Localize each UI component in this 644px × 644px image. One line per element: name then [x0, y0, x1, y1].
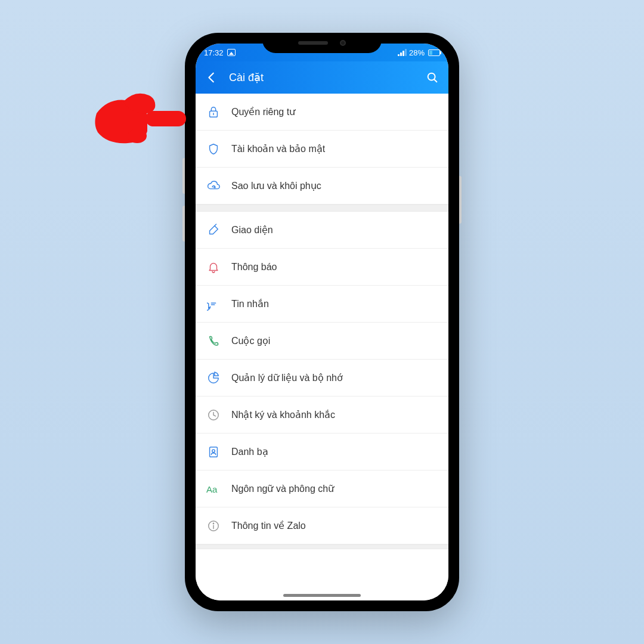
svg-point-0: [128, 129, 147, 143]
screenshot-icon: [227, 49, 236, 56]
message-icon: [206, 297, 221, 311]
battery-percent: 28%: [409, 48, 425, 57]
settings-item-label: Thông báo: [231, 262, 277, 273]
phone-icon: [206, 334, 221, 348]
shield-icon: [206, 142, 221, 156]
phone-notch: [262, 33, 382, 53]
settings-item-about[interactable]: Thông tin về Zalo: [196, 507, 448, 544]
settings-item-calls[interactable]: Cuộc gọi: [196, 323, 448, 360]
section-divider: [196, 544, 448, 549]
section-divider: [196, 205, 448, 212]
app-header: Cài đặt: [196, 61, 448, 94]
settings-item-backup-restore[interactable]: Sao lưu và khôi phục: [196, 168, 448, 205]
contact-icon: [206, 445, 221, 459]
settings-item-notifications[interactable]: Thông báo: [196, 249, 448, 286]
settings-item-label: Thông tin về Zalo: [231, 520, 306, 531]
settings-list: Quyền riêng tư Tài khoản và bảo mật Sao …: [196, 94, 448, 600]
settings-item-label: Ngôn ngữ và phông chữ: [231, 483, 334, 494]
info-icon: [206, 519, 221, 533]
notch-speaker: [298, 41, 328, 45]
settings-item-contacts[interactable]: Danh bạ: [196, 434, 448, 470]
settings-item-data-storage[interactable]: Quản lý dữ liệu và bộ nhớ: [196, 360, 448, 397]
lock-icon: [206, 105, 221, 119]
settings-item-account-security[interactable]: Tài khoản và bảo mật: [196, 131, 448, 168]
pie-chart-icon: [206, 371, 221, 385]
phone-frame: 17:32 28% Cài đặt: [185, 33, 459, 611]
status-bar-left: 17:32: [204, 48, 236, 57]
search-button[interactable]: [426, 71, 439, 84]
back-button[interactable]: [205, 71, 218, 84]
cloud-sync-icon: [206, 179, 221, 193]
signal-icon: [398, 49, 407, 56]
status-bar-right: 28%: [398, 48, 440, 57]
settings-item-language-font[interactable]: Aa Ngôn ngữ và phông chữ: [196, 470, 448, 507]
settings-item-label: Quản lý dữ liệu và bộ nhớ: [231, 372, 343, 383]
settings-item-privacy[interactable]: Quyền riêng tư: [196, 94, 448, 131]
svg-point-10: [212, 449, 215, 452]
settings-item-label: Tài khoản và bảo mật: [231, 143, 325, 154]
notch-camera: [340, 40, 346, 46]
svg-point-14: [213, 523, 213, 524]
settings-item-timeline-moments[interactable]: Nhật ký và khoảnh khắc: [196, 397, 448, 434]
settings-item-label: Cuộc gọi: [231, 335, 270, 346]
svg-text:Aa: Aa: [206, 484, 218, 494]
clock-icon: [206, 408, 221, 422]
bell-icon: [206, 260, 221, 274]
brush-icon: [206, 223, 221, 237]
settings-item-label: Quyền riêng tư: [231, 106, 295, 117]
settings-item-label: Danh bạ: [231, 446, 268, 457]
settings-item-label: Nhật ký và khoảnh khắc: [231, 409, 335, 420]
home-indicator[interactable]: [283, 594, 361, 597]
font-icon: Aa: [206, 482, 221, 496]
settings-item-label: Sao lưu và khôi phục: [231, 180, 321, 191]
settings-item-label: Tin nhắn: [231, 298, 269, 309]
page-title: Cài đặt: [229, 71, 415, 84]
svg-rect-1: [145, 111, 186, 126]
battery-icon: [428, 49, 440, 56]
phone-screen: 17:32 28% Cài đặt: [196, 44, 448, 600]
settings-item-label: Giao diện: [231, 224, 273, 236]
settings-item-interface[interactable]: Giao diện: [196, 212, 448, 249]
annotation-pointer-hand: [91, 83, 192, 155]
status-time: 17:32: [204, 48, 224, 57]
svg-line-3: [434, 79, 436, 82]
settings-item-messages[interactable]: Tin nhắn: [196, 286, 448, 323]
